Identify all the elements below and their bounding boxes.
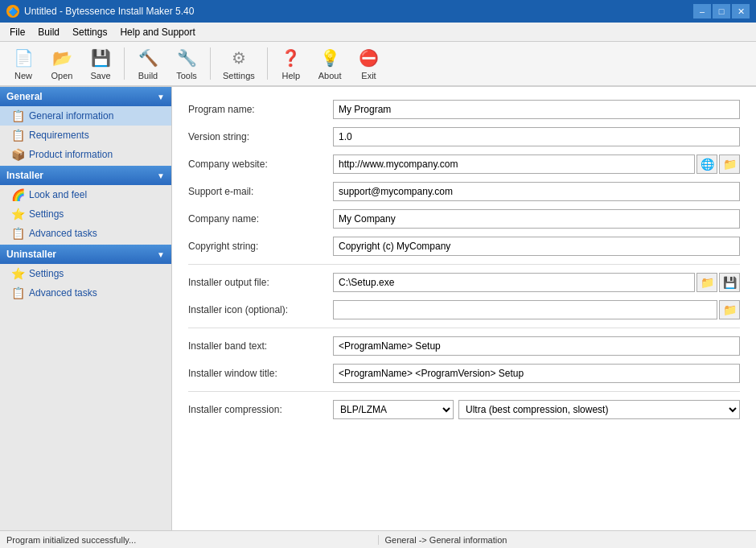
toolbar-open-button[interactable]: 📂 Open: [43, 43, 80, 84]
sidebar-item-look-and-feel[interactable]: 🌈 Look and feel: [0, 185, 171, 204]
installer-output-save-button[interactable]: 💾: [719, 273, 740, 292]
open-icon: 📂: [51, 47, 73, 69]
sidebar-item-installer-settings-label: Settings: [29, 208, 64, 220]
form-row-program-name: Program name:: [188, 100, 740, 119]
program-name-input[interactable]: [333, 100, 740, 119]
form-row-window-title: Installer window title:: [188, 364, 740, 383]
form-row-band-text: Installer band text:: [188, 336, 740, 356]
sidebar-item-uninstaller-settings-label: Settings: [29, 268, 64, 279]
compression-group: BLP/LZMA ZIP None Ultra (best compressio…: [333, 400, 740, 419]
toolbar-new-label: New: [14, 71, 32, 80]
installer-output-browse-button[interactable]: 📁: [696, 273, 717, 292]
version-string-input[interactable]: [333, 127, 740, 146]
uninstaller-settings-icon: ⭐: [11, 267, 24, 280]
look-and-feel-icon: 🌈: [11, 188, 24, 201]
sidebar-installer-chevron: ▼: [157, 171, 165, 180]
maximize-button[interactable]: □: [713, 4, 730, 19]
close-button[interactable]: ✕: [732, 4, 750, 19]
sidebar-item-product-information-label: Product information: [29, 149, 113, 160]
sidebar-general-label: General: [6, 91, 43, 102]
form-row-compression: Installer compression: BLP/LZMA ZIP None…: [188, 400, 740, 419]
toolbar-save-label: Save: [90, 71, 110, 80]
toolbar-exit-button[interactable]: ⛔ Exit: [351, 43, 388, 84]
band-text-input[interactable]: [333, 336, 740, 356]
minimize-button[interactable]: –: [693, 4, 711, 19]
toolbar-tools-button[interactable]: 🔧 Tools: [168, 43, 205, 84]
installer-icon-browse-button[interactable]: 📁: [719, 300, 740, 319]
support-email-label: Support e-mail:: [188, 186, 333, 197]
website-folder-button[interactable]: 📁: [719, 155, 740, 174]
sidebar-item-advanced-tasks[interactable]: 📋 Advanced tasks: [0, 224, 171, 243]
toolbar-sep-1: [124, 47, 125, 80]
sidebar-item-installer-settings[interactable]: ⭐ Settings: [0, 204, 171, 224]
new-icon: 📄: [12, 47, 35, 69]
support-email-input[interactable]: [333, 182, 740, 201]
window-title: Untitled - Bytessence Install Maker 5.40: [24, 6, 194, 17]
toolbar-new-button[interactable]: 📄 New: [5, 43, 42, 84]
form-row-company-name: Company name:: [188, 209, 740, 229]
toolbar-settings-button[interactable]: ⚙ Settings: [216, 43, 262, 84]
sidebar-item-general-information[interactable]: 📋 General information: [0, 106, 171, 126]
form-row-installer-output: Installer output file: 📁 💾: [188, 273, 740, 292]
title-bar-left: 🔷 Untitled - Bytessence Install Maker 5.…: [6, 5, 194, 18]
menu-build[interactable]: Build: [31, 25, 66, 39]
company-name-input[interactable]: [333, 209, 740, 229]
copyright-string-input[interactable]: [333, 237, 740, 256]
installer-output-input[interactable]: [333, 273, 695, 292]
content-area: Program name: Version string: Company we…: [172, 87, 756, 530]
toolbar-open-label: Open: [51, 71, 73, 80]
product-information-icon: 📦: [11, 148, 24, 161]
installer-icon-label: Installer icon (optional):: [188, 304, 333, 315]
window-title-input[interactable]: [333, 364, 740, 383]
website-globe-button[interactable]: 🌐: [696, 155, 717, 174]
sidebar-item-requirements[interactable]: 📋 Requirements: [0, 126, 171, 145]
divider-1: [188, 264, 740, 265]
status-left: Program initialized successfully...: [0, 535, 379, 545]
form-row-installer-icon: Installer icon (optional): 📁: [188, 300, 740, 319]
uninstaller-advanced-icon: 📋: [11, 286, 24, 299]
company-website-group: 🌐 📁: [333, 155, 740, 174]
sidebar-uninstaller-header[interactable]: Uninstaller ▼: [0, 245, 171, 264]
sidebar-installer-header[interactable]: Installer ▼: [0, 166, 171, 185]
version-string-label: Version string:: [188, 131, 333, 142]
toolbar: 📄 New 📂 Open 💾 Save 🔨 Build 🔧 Tools ⚙ Se…: [0, 42, 756, 87]
copyright-string-label: Copyright string:: [188, 241, 333, 252]
sidebar-item-product-information[interactable]: 📦 Product information: [0, 145, 171, 164]
sidebar-item-look-and-feel-label: Look and feel: [29, 189, 87, 200]
program-name-label: Program name:: [188, 104, 333, 115]
company-website-input[interactable]: [333, 155, 695, 174]
sidebar-item-advanced-tasks-label: Advanced tasks: [29, 228, 97, 239]
toolbar-sep-2: [210, 47, 211, 80]
main-area: General ▼ 📋 General information 📋 Requir…: [0, 87, 756, 530]
menu-help[interactable]: Help and Support: [113, 25, 201, 39]
sidebar-uninstaller-label: Uninstaller: [6, 249, 56, 260]
compression-method-select[interactable]: BLP/LZMA ZIP None: [333, 400, 454, 419]
menu-settings[interactable]: Settings: [66, 25, 113, 39]
sidebar-item-uninstaller-advanced[interactable]: 📋 Advanced tasks: [0, 283, 171, 303]
sidebar-item-uninstaller-settings[interactable]: ⭐ Settings: [0, 264, 171, 283]
toolbar-save-button[interactable]: 💾 Save: [82, 43, 119, 84]
status-bar: Program initialized successfully... Gene…: [0, 530, 756, 548]
save-icon: 💾: [89, 47, 112, 69]
form-row-support-email: Support e-mail:: [188, 182, 740, 201]
installer-output-group: 📁 💾: [333, 273, 740, 292]
toolbar-exit-label: Exit: [361, 71, 376, 80]
form-row-company-website: Company website: 🌐 📁: [188, 155, 740, 174]
toolbar-tools-label: Tools: [176, 71, 197, 80]
sidebar-item-requirements-label: Requirements: [29, 130, 89, 141]
compression-level-select[interactable]: Ultra (best compression, slowest) High N…: [458, 400, 740, 419]
help-icon: ❓: [280, 47, 302, 69]
installer-icon-input[interactable]: [333, 300, 717, 319]
tools-icon: 🔧: [175, 47, 198, 69]
sidebar-general-header[interactable]: General ▼: [0, 87, 171, 106]
app-icon: 🔷: [6, 5, 19, 18]
menu-file[interactable]: File: [3, 25, 31, 39]
divider-3: [188, 391, 740, 392]
toolbar-about-button[interactable]: 💡 About: [311, 43, 349, 84]
window-title-label: Installer window title:: [188, 368, 333, 379]
toolbar-help-button[interactable]: ❓ Help: [273, 43, 310, 84]
exit-icon: ⛔: [358, 47, 380, 69]
sidebar-section-general: General ▼ 📋 General information 📋 Requir…: [0, 87, 171, 164]
toolbar-build-button[interactable]: 🔨 Build: [129, 43, 166, 84]
toolbar-about-label: About: [318, 71, 342, 80]
